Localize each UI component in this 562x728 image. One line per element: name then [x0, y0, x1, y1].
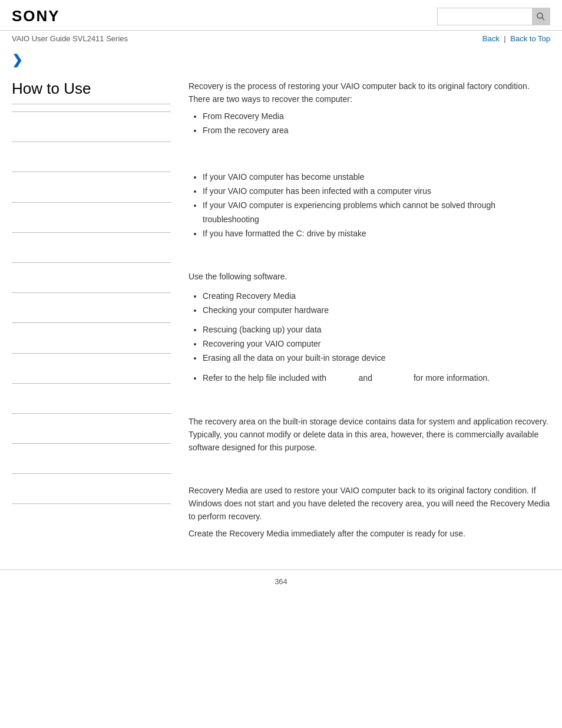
- sidebar-item-6: [12, 270, 171, 285]
- list-item-recovering: Recovering your VAIO computer: [203, 337, 550, 351]
- content-area: Recovery is the process of restoring you…: [183, 68, 550, 558]
- sidebar-title: How to Use: [12, 80, 171, 104]
- list-item-rescuing: Rescuing (backing up) your data: [203, 323, 550, 337]
- recovery-text-2: There are two ways to recover the comput…: [189, 93, 550, 106]
- list-item-unstable: If your VAIO computer has become unstabl…: [203, 170, 550, 185]
- list-item-creating-media: Creating Recovery Media: [203, 289, 550, 304]
- sidebar-item-4: [12, 210, 171, 225]
- sony-logo: SONY: [12, 7, 60, 25]
- sidebar-divider-1: [12, 141, 171, 142]
- guide-title: VAIO User Guide SVL2411 Series: [12, 34, 128, 43]
- nav-links: Back | Back to Top: [482, 34, 550, 43]
- svg-line-1: [542, 18, 544, 20]
- software-list-1: Creating Recovery Media Checking your co…: [189, 289, 550, 318]
- sidebar-item-3: [12, 179, 171, 195]
- sidebar-divider-10: [12, 413, 171, 414]
- sidebar-divider-6: [12, 292, 171, 293]
- header: SONY: [0, 0, 562, 31]
- sidebar-divider-13: [12, 503, 171, 504]
- back-link[interactable]: Back: [482, 34, 500, 43]
- search-button[interactable]: [532, 8, 550, 25]
- list-item-from-area: From the recovery area: [203, 124, 550, 138]
- search-icon: [536, 12, 546, 21]
- section-when-to-recover: If your VAIO computer has become unstabl…: [189, 170, 550, 241]
- svg-point-0: [537, 13, 543, 18]
- sidebar-divider-5: [12, 262, 171, 263]
- sidebar-divider-3: [12, 202, 171, 203]
- section-recovery-area: The recovery area on the built-in storag…: [189, 415, 550, 454]
- list-item-erasing: Erasing all the data on your built-in st…: [203, 351, 550, 365]
- sidebar-divider-0: [12, 111, 171, 112]
- list-item-formatted: If you have formatted the C: drive by mi…: [203, 227, 550, 241]
- sidebar-item-5: [12, 240, 171, 255]
- sidebar-item-13: [12, 481, 171, 496]
- search-box: [437, 8, 550, 25]
- recovery-list-1: From Recovery Media From the recovery ar…: [189, 110, 550, 138]
- sidebar-item-11: [12, 421, 171, 436]
- recovery-area-text: The recovery area on the built-in storag…: [189, 415, 550, 454]
- section-recovery-media: Recovery Media are used to restore your …: [189, 484, 550, 541]
- search-input[interactable]: [438, 8, 532, 25]
- list-item-from-media: From Recovery Media: [203, 110, 550, 124]
- software-list-2: Rescuing (backing up) your data Recoveri…: [189, 323, 550, 365]
- software-text: Use the following software.: [189, 270, 550, 283]
- section-recovery-intro: Recovery is the process of restoring you…: [189, 80, 550, 137]
- recovery-text-1: Recovery is the process of restoring you…: [189, 80, 550, 93]
- sidebar-item-1: [12, 119, 171, 134]
- back-to-top-link[interactable]: Back to Top: [510, 34, 550, 43]
- list-item-virus: If your VAIO computer has been infected …: [203, 185, 550, 199]
- page-footer: 364: [0, 569, 562, 593]
- spacer-4: [189, 472, 550, 484]
- breadcrumb-arrow: ❯: [0, 47, 562, 68]
- when-list: If your VAIO computer has become unstabl…: [189, 170, 550, 241]
- section-software: Use the following software. Creating Rec…: [189, 270, 550, 385]
- sidebar-divider-8: [12, 353, 171, 354]
- sidebar-item-12: [12, 451, 171, 466]
- sidebar-item-8: [12, 330, 171, 345]
- page-number: 364: [275, 577, 287, 586]
- sidebar-item-7: [12, 300, 171, 315]
- sidebar: How to Use: [12, 68, 183, 558]
- nav-separator: |: [504, 34, 505, 43]
- sidebar-divider-2: [12, 172, 171, 172]
- list-item-problems: If your VAIO computer is experiencing pr…: [203, 199, 550, 227]
- sidebar-divider-12: [12, 473, 171, 474]
- sidebar-item-10: [12, 391, 171, 406]
- list-item-checking-hardware: Checking your computer hardware: [203, 304, 550, 318]
- sidebar-divider-9: [12, 383, 171, 384]
- spacer-3: [189, 403, 550, 415]
- list-item-help-file: Refer to the help file included with and…: [203, 371, 550, 386]
- sub-header: VAIO User Guide SVL2411 Series Back | Ba…: [0, 31, 562, 47]
- spacer-1: [189, 155, 550, 167]
- sidebar-divider-7: [12, 322, 171, 323]
- sidebar-divider-11: [12, 443, 171, 444]
- software-list-3: Refer to the help file included with and…: [189, 371, 550, 386]
- sidebar-divider-4: [12, 232, 171, 233]
- main-content: How to Use Recovery is th: [0, 68, 562, 558]
- recovery-media-text-2: Create the Recovery Media immediately af…: [189, 527, 550, 540]
- chevron-right-icon: ❯: [12, 52, 22, 67]
- spacer-2: [189, 258, 550, 270]
- recovery-media-text-1: Recovery Media are used to restore your …: [189, 484, 550, 523]
- sidebar-item-2: [12, 149, 171, 164]
- sidebar-item-9: [12, 361, 171, 376]
